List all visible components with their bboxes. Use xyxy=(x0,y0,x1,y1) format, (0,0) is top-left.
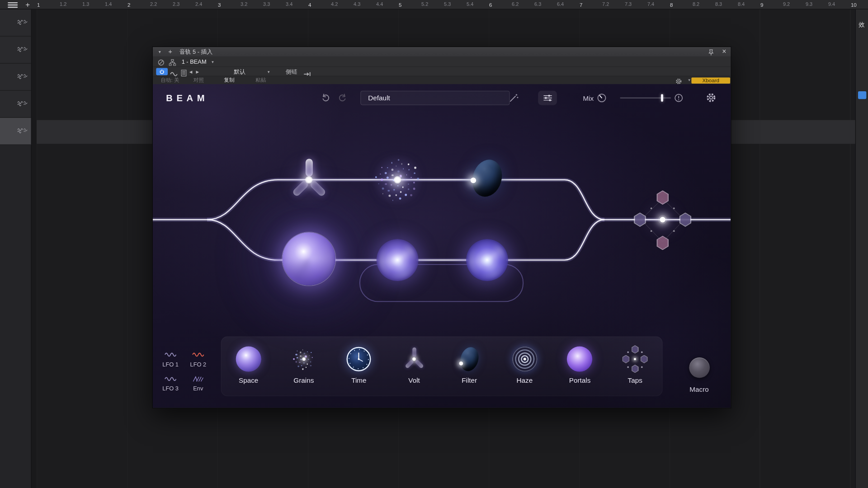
track-panel-divider xyxy=(32,9,37,488)
ruler-mark: 7.2 xyxy=(602,2,609,7)
timeline-ruler[interactable]: 11.21.31.422.22.32.433.23.33.444.24.34.4… xyxy=(37,0,855,9)
plugin-slot-name: 1 - BEAM xyxy=(182,58,207,65)
module-label: Time xyxy=(351,377,366,385)
module-label: Space xyxy=(239,377,258,385)
lfo-wave-icon xyxy=(185,375,211,383)
plugin-slot-row: 1 - BEAM▼ xyxy=(153,56,731,67)
taps-corner-dot xyxy=(651,207,652,209)
waveform-icon xyxy=(17,126,28,136)
plugin-titlebar[interactable]: ▼ + 音轨 5 - 插入 × xyxy=(153,47,731,56)
lfo-wave-icon xyxy=(158,351,183,358)
lfo-slot-2[interactable]: LFO 2 xyxy=(185,351,211,368)
particle-dot xyxy=(405,194,407,196)
module-taps[interactable]: Taps xyxy=(608,336,663,396)
node-glow-dot xyxy=(305,176,313,183)
module-filter[interactable]: Filter xyxy=(442,336,497,396)
particle-dot xyxy=(408,164,410,165)
effects-panel-label: 效 xyxy=(859,20,864,28)
preset-dropdown-caret-icon[interactable]: ▼ xyxy=(267,67,270,76)
particle-dot xyxy=(305,356,307,357)
particle-dot xyxy=(406,174,407,175)
module-space[interactable]: Space xyxy=(221,336,276,396)
particle-dot xyxy=(393,189,395,191)
particle-dot xyxy=(310,365,311,366)
module-time[interactable]: Time xyxy=(331,336,387,396)
particle-dot xyxy=(414,172,415,174)
power-button[interactable] xyxy=(156,68,168,75)
particle-dot xyxy=(388,190,390,192)
particle-dot xyxy=(297,357,298,358)
particle-dot xyxy=(382,193,383,194)
node-glow-dot xyxy=(471,178,476,183)
window-dropdown-icon[interactable]: ▼ xyxy=(158,50,161,54)
ruler-mark: 8 xyxy=(670,2,673,8)
particle-dot xyxy=(380,174,381,174)
portals-swirl xyxy=(466,239,508,281)
ruler-mark: 1.3 xyxy=(82,2,89,7)
particle-dot xyxy=(307,352,308,352)
ruler-mark: 7.3 xyxy=(625,2,632,7)
particle-dot xyxy=(301,365,302,366)
ruler-mark: 2.4 xyxy=(195,2,202,7)
particle-dot xyxy=(297,351,298,352)
plugin-footer-item[interactable]: 粘贴 xyxy=(248,76,274,84)
track-row[interactable] xyxy=(0,91,31,118)
plugin-gear-caret-icon[interactable]: ▼ xyxy=(688,76,691,84)
ruler-mark: 5.3 xyxy=(444,2,451,7)
plugin-footer-item[interactable]: 对照 xyxy=(186,76,211,84)
particle-dot xyxy=(387,177,389,179)
plugin-footer-item[interactable]: 复制 xyxy=(216,76,243,84)
add-track-icon[interactable]: + xyxy=(25,0,30,9)
particle-dot xyxy=(293,358,295,360)
ruler-mark: 2.2 xyxy=(150,2,157,7)
time-clock-icon xyxy=(346,343,372,375)
particle-dot xyxy=(413,182,415,183)
sidechain-button[interactable]: 侧链 xyxy=(286,67,297,76)
track-row[interactable] xyxy=(0,118,31,145)
module-portals[interactable]: Portals xyxy=(552,336,607,396)
next-preset-icon[interactable]: ▶ xyxy=(196,67,199,76)
ruler-mark: 2.3 xyxy=(173,2,179,7)
lfo-slot-1[interactable]: LFO 1 xyxy=(158,351,183,368)
particle-dot xyxy=(385,183,387,185)
module-haze[interactable]: Haze xyxy=(497,336,552,396)
particle-dot xyxy=(302,349,303,350)
prev-preset-icon[interactable]: ◀ xyxy=(189,67,193,76)
plugin-window: ▼ + 音轨 5 - 插入 × 1 - BEAM▼ ◀ ▶ 默认 ▼ 侧链 ▼ … xyxy=(153,47,731,408)
macro-knob[interactable] xyxy=(689,357,709,378)
haze-swirl xyxy=(377,239,419,281)
xboard-button[interactable]: Xboard xyxy=(691,77,730,83)
volt-blade xyxy=(305,159,312,176)
track-row[interactable] xyxy=(0,37,31,64)
particle-dot xyxy=(296,361,297,362)
track-row[interactable] xyxy=(0,64,31,91)
lfo-slot-3[interactable]: LFO 3 xyxy=(158,375,183,393)
filter-disc-icon xyxy=(461,343,478,375)
preset-dropdown[interactable]: 默认 xyxy=(204,67,276,76)
track-list xyxy=(0,9,32,488)
module-grains[interactable]: Grains xyxy=(276,336,331,396)
ruler-mark: 6.3 xyxy=(534,2,541,7)
module-label: Filter xyxy=(462,377,477,385)
lfo-label: Env xyxy=(193,385,203,392)
waveform-icon xyxy=(17,45,28,55)
taps-corner-dot xyxy=(673,230,675,232)
plugin-footer-item[interactable]: 自动: 关 xyxy=(156,76,184,84)
taps-corner-dot xyxy=(673,207,675,209)
taps-corner-dot xyxy=(651,230,652,232)
track-row[interactable] xyxy=(0,9,31,37)
waveform-icon xyxy=(17,99,28,109)
ruler-mark: 3.4 xyxy=(286,2,292,7)
menu-icon[interactable] xyxy=(8,2,18,8)
add-insert-icon[interactable]: + xyxy=(168,47,172,56)
module-volt[interactable]: Volt xyxy=(387,336,442,396)
particle-dot xyxy=(395,194,397,196)
particle-dot xyxy=(405,179,406,180)
particle-dot xyxy=(299,362,301,363)
plugin-slot-selector[interactable]: 1 - BEAM▼ xyxy=(182,56,215,67)
lfo-slot-4[interactable]: Env xyxy=(185,375,211,393)
particle-dot xyxy=(378,183,379,184)
close-icon[interactable]: × xyxy=(722,47,726,56)
scroll-marker[interactable] xyxy=(858,91,866,99)
particle-dot xyxy=(387,167,388,168)
